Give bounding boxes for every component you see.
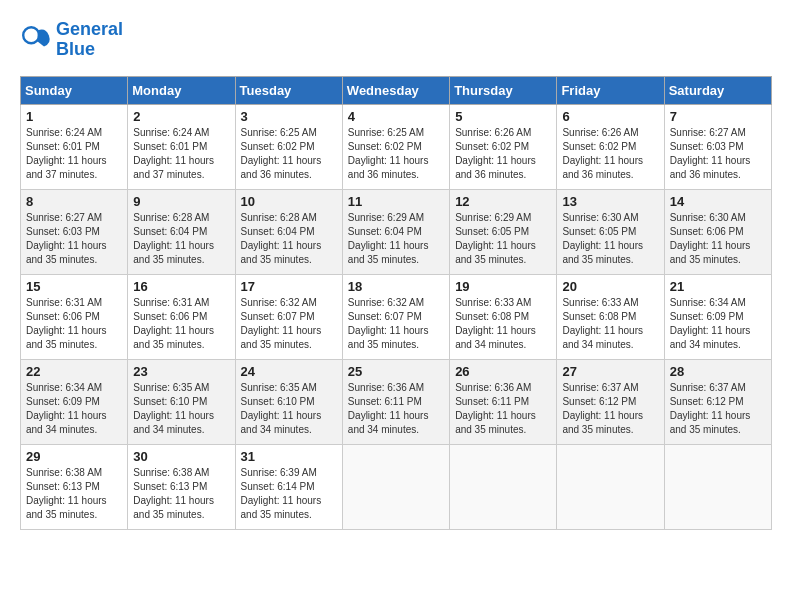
day-info: Sunrise: 6:38 AM Sunset: 6:13 PM Dayligh…	[26, 466, 122, 522]
calendar-cell: 22 Sunrise: 6:34 AM Sunset: 6:09 PM Dayl…	[21, 359, 128, 444]
day-info: Sunrise: 6:31 AM Sunset: 6:06 PM Dayligh…	[26, 296, 122, 352]
day-info: Sunrise: 6:36 AM Sunset: 6:11 PM Dayligh…	[348, 381, 444, 437]
weekday-header-monday: Monday	[128, 76, 235, 104]
day-number: 6	[562, 109, 658, 124]
day-number: 28	[670, 364, 766, 379]
day-number: 5	[455, 109, 551, 124]
day-number: 31	[241, 449, 337, 464]
calendar-cell: 26 Sunrise: 6:36 AM Sunset: 6:11 PM Dayl…	[450, 359, 557, 444]
day-number: 17	[241, 279, 337, 294]
day-number: 11	[348, 194, 444, 209]
day-info: Sunrise: 6:34 AM Sunset: 6:09 PM Dayligh…	[26, 381, 122, 437]
day-number: 13	[562, 194, 658, 209]
day-number: 27	[562, 364, 658, 379]
calendar-cell	[450, 444, 557, 529]
day-info: Sunrise: 6:37 AM Sunset: 6:12 PM Dayligh…	[670, 381, 766, 437]
day-number: 7	[670, 109, 766, 124]
day-info: Sunrise: 6:27 AM Sunset: 6:03 PM Dayligh…	[26, 211, 122, 267]
day-info: Sunrise: 6:27 AM Sunset: 6:03 PM Dayligh…	[670, 126, 766, 182]
logo-icon	[20, 24, 52, 56]
day-info: Sunrise: 6:29 AM Sunset: 6:04 PM Dayligh…	[348, 211, 444, 267]
calendar-cell: 23 Sunrise: 6:35 AM Sunset: 6:10 PM Dayl…	[128, 359, 235, 444]
weekday-header-tuesday: Tuesday	[235, 76, 342, 104]
calendar-cell: 7 Sunrise: 6:27 AM Sunset: 6:03 PM Dayli…	[664, 104, 771, 189]
calendar-cell: 10 Sunrise: 6:28 AM Sunset: 6:04 PM Dayl…	[235, 189, 342, 274]
day-info: Sunrise: 6:33 AM Sunset: 6:08 PM Dayligh…	[562, 296, 658, 352]
calendar-cell: 27 Sunrise: 6:37 AM Sunset: 6:12 PM Dayl…	[557, 359, 664, 444]
day-number: 12	[455, 194, 551, 209]
logo-text: General Blue	[56, 20, 123, 60]
day-info: Sunrise: 6:30 AM Sunset: 6:05 PM Dayligh…	[562, 211, 658, 267]
day-number: 19	[455, 279, 551, 294]
logo: General Blue	[20, 20, 123, 60]
day-info: Sunrise: 6:39 AM Sunset: 6:14 PM Dayligh…	[241, 466, 337, 522]
day-number: 20	[562, 279, 658, 294]
day-number: 9	[133, 194, 229, 209]
svg-point-0	[23, 27, 39, 43]
day-info: Sunrise: 6:33 AM Sunset: 6:08 PM Dayligh…	[455, 296, 551, 352]
calendar-cell	[342, 444, 449, 529]
day-info: Sunrise: 6:30 AM Sunset: 6:06 PM Dayligh…	[670, 211, 766, 267]
weekday-header-thursday: Thursday	[450, 76, 557, 104]
calendar-cell: 21 Sunrise: 6:34 AM Sunset: 6:09 PM Dayl…	[664, 274, 771, 359]
day-info: Sunrise: 6:32 AM Sunset: 6:07 PM Dayligh…	[241, 296, 337, 352]
day-info: Sunrise: 6:26 AM Sunset: 6:02 PM Dayligh…	[455, 126, 551, 182]
day-number: 25	[348, 364, 444, 379]
calendar-cell: 17 Sunrise: 6:32 AM Sunset: 6:07 PM Dayl…	[235, 274, 342, 359]
day-info: Sunrise: 6:29 AM Sunset: 6:05 PM Dayligh…	[455, 211, 551, 267]
day-number: 22	[26, 364, 122, 379]
calendar-cell: 20 Sunrise: 6:33 AM Sunset: 6:08 PM Dayl…	[557, 274, 664, 359]
day-number: 24	[241, 364, 337, 379]
day-number: 30	[133, 449, 229, 464]
page-header: General Blue	[20, 20, 772, 60]
day-number: 1	[26, 109, 122, 124]
weekday-header-friday: Friday	[557, 76, 664, 104]
calendar-cell: 24 Sunrise: 6:35 AM Sunset: 6:10 PM Dayl…	[235, 359, 342, 444]
calendar-cell	[557, 444, 664, 529]
day-number: 18	[348, 279, 444, 294]
day-number: 2	[133, 109, 229, 124]
calendar-cell: 3 Sunrise: 6:25 AM Sunset: 6:02 PM Dayli…	[235, 104, 342, 189]
day-info: Sunrise: 6:24 AM Sunset: 6:01 PM Dayligh…	[26, 126, 122, 182]
day-number: 4	[348, 109, 444, 124]
day-info: Sunrise: 6:36 AM Sunset: 6:11 PM Dayligh…	[455, 381, 551, 437]
day-number: 21	[670, 279, 766, 294]
calendar-cell: 15 Sunrise: 6:31 AM Sunset: 6:06 PM Dayl…	[21, 274, 128, 359]
day-info: Sunrise: 6:31 AM Sunset: 6:06 PM Dayligh…	[133, 296, 229, 352]
day-number: 23	[133, 364, 229, 379]
calendar-table: SundayMondayTuesdayWednesdayThursdayFrid…	[20, 76, 772, 530]
calendar-cell: 18 Sunrise: 6:32 AM Sunset: 6:07 PM Dayl…	[342, 274, 449, 359]
calendar-cell: 11 Sunrise: 6:29 AM Sunset: 6:04 PM Dayl…	[342, 189, 449, 274]
calendar-cell: 1 Sunrise: 6:24 AM Sunset: 6:01 PM Dayli…	[21, 104, 128, 189]
day-info: Sunrise: 6:35 AM Sunset: 6:10 PM Dayligh…	[133, 381, 229, 437]
calendar-cell: 12 Sunrise: 6:29 AM Sunset: 6:05 PM Dayl…	[450, 189, 557, 274]
day-info: Sunrise: 6:24 AM Sunset: 6:01 PM Dayligh…	[133, 126, 229, 182]
day-number: 26	[455, 364, 551, 379]
day-info: Sunrise: 6:35 AM Sunset: 6:10 PM Dayligh…	[241, 381, 337, 437]
day-number: 3	[241, 109, 337, 124]
calendar-cell: 13 Sunrise: 6:30 AM Sunset: 6:05 PM Dayl…	[557, 189, 664, 274]
day-info: Sunrise: 6:32 AM Sunset: 6:07 PM Dayligh…	[348, 296, 444, 352]
day-info: Sunrise: 6:37 AM Sunset: 6:12 PM Dayligh…	[562, 381, 658, 437]
calendar-cell: 5 Sunrise: 6:26 AM Sunset: 6:02 PM Dayli…	[450, 104, 557, 189]
day-number: 15	[26, 279, 122, 294]
calendar-cell	[664, 444, 771, 529]
weekday-header-sunday: Sunday	[21, 76, 128, 104]
weekday-header-saturday: Saturday	[664, 76, 771, 104]
day-number: 16	[133, 279, 229, 294]
day-info: Sunrise: 6:34 AM Sunset: 6:09 PM Dayligh…	[670, 296, 766, 352]
day-info: Sunrise: 6:25 AM Sunset: 6:02 PM Dayligh…	[348, 126, 444, 182]
day-info: Sunrise: 6:28 AM Sunset: 6:04 PM Dayligh…	[133, 211, 229, 267]
calendar-cell: 9 Sunrise: 6:28 AM Sunset: 6:04 PM Dayli…	[128, 189, 235, 274]
calendar-cell: 16 Sunrise: 6:31 AM Sunset: 6:06 PM Dayl…	[128, 274, 235, 359]
day-info: Sunrise: 6:38 AM Sunset: 6:13 PM Dayligh…	[133, 466, 229, 522]
calendar-cell: 4 Sunrise: 6:25 AM Sunset: 6:02 PM Dayli…	[342, 104, 449, 189]
calendar-cell: 8 Sunrise: 6:27 AM Sunset: 6:03 PM Dayli…	[21, 189, 128, 274]
day-number: 8	[26, 194, 122, 209]
day-number: 14	[670, 194, 766, 209]
day-number: 29	[26, 449, 122, 464]
day-info: Sunrise: 6:25 AM Sunset: 6:02 PM Dayligh…	[241, 126, 337, 182]
calendar-cell: 14 Sunrise: 6:30 AM Sunset: 6:06 PM Dayl…	[664, 189, 771, 274]
calendar-cell: 25 Sunrise: 6:36 AM Sunset: 6:11 PM Dayl…	[342, 359, 449, 444]
calendar-cell: 6 Sunrise: 6:26 AM Sunset: 6:02 PM Dayli…	[557, 104, 664, 189]
